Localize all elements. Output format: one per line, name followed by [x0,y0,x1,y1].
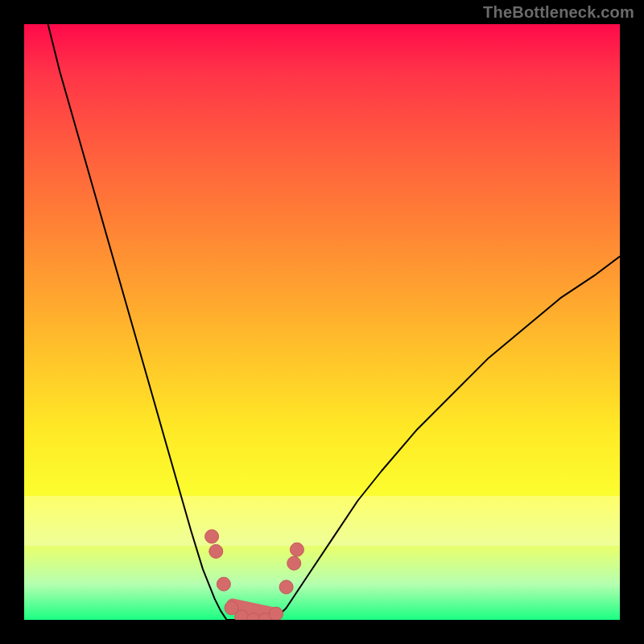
curve-bead [235,610,249,620]
curve-bead [209,544,223,558]
curve-bead [279,580,293,594]
curve-layer [24,24,620,620]
curve-bead [287,556,301,570]
chart-frame: TheBottleneck.com [0,0,644,644]
curve-bead [217,577,230,591]
watermark-text: TheBottleneck.com [483,3,634,22]
bottleneck-curve [48,24,620,620]
curve-bead [290,543,303,556]
curve-bead [270,607,283,620]
plot-area [24,24,620,620]
curve-bead [205,530,219,543]
